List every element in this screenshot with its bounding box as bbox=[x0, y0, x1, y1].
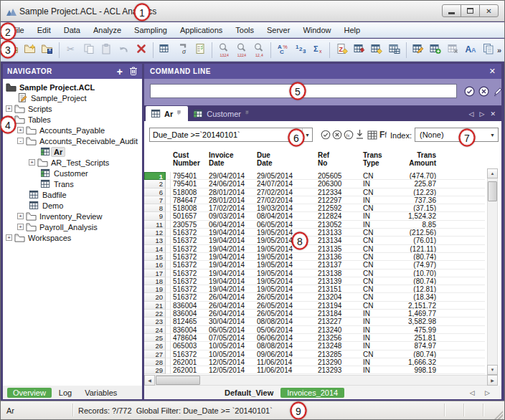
font-button[interactable]: AA bbox=[463, 42, 478, 59]
table-cell[interactable]: 24/07/2014 bbox=[255, 180, 316, 188]
table-cell[interactable]: 212592 bbox=[316, 204, 361, 212]
table-cell[interactable]: 213204 bbox=[316, 293, 361, 301]
join-button[interactable] bbox=[369, 42, 384, 59]
tree-item-customer[interactable]: Customer bbox=[3, 168, 142, 178]
table-cell[interactable]: CN bbox=[361, 277, 405, 285]
remove-filter-icon[interactable] bbox=[332, 130, 342, 143]
table-cell[interactable]: 19/03/2014 bbox=[255, 204, 316, 212]
table-cell[interactable]: 213139 bbox=[316, 277, 361, 285]
tree-item-accounts-payable[interactable]: +Accounts_Payable bbox=[3, 125, 142, 135]
table-cell[interactable]: (76.01) bbox=[405, 237, 438, 244]
table-cell[interactable]: 19/04/2014 bbox=[207, 245, 255, 253]
view-grid-icon[interactable] bbox=[367, 130, 377, 143]
maximize-button[interactable] bbox=[461, 4, 480, 17]
table-cell[interactable]: 19/04/2014 bbox=[207, 253, 255, 261]
table-cell[interactable]: 28/01/2014 bbox=[207, 196, 255, 204]
tab-overview[interactable]: Overview bbox=[7, 388, 52, 398]
delete-item-button[interactable] bbox=[129, 65, 138, 78]
record-number-cell[interactable]: 2 bbox=[144, 180, 166, 188]
table-cell[interactable]: 516372 bbox=[171, 229, 207, 237]
scroll-down-button[interactable]: ▼ bbox=[487, 365, 498, 375]
tree-item-payroll-analysis[interactable]: +Payroll_Analysis bbox=[3, 221, 142, 232]
table-cell[interactable]: IN bbox=[361, 366, 405, 374]
table-cell[interactable]: CN bbox=[361, 293, 405, 301]
table-cell[interactable]: 795401 bbox=[171, 172, 207, 180]
table-cell[interactable]: 1,524.32 bbox=[405, 212, 438, 220]
view-tab-scroll-arrows[interactable]: ◁ ▷ bbox=[470, 389, 501, 396]
table-cell[interactable]: 205605 bbox=[316, 172, 361, 180]
table-cell[interactable]: 213256 bbox=[316, 334, 361, 342]
goto-record-icon[interactable] bbox=[355, 129, 364, 143]
index-combobox[interactable]: (None) ▼ bbox=[415, 128, 499, 142]
expand-icon[interactable]: + bbox=[17, 127, 24, 133]
record-number-cell[interactable]: 18 bbox=[144, 277, 166, 285]
table-cell[interactable]: 795401 bbox=[171, 180, 207, 188]
scroll-right-button[interactable]: ▶ bbox=[487, 375, 498, 386]
delete-button[interactable] bbox=[133, 42, 149, 59]
table-cell[interactable]: 213138 bbox=[316, 269, 361, 277]
sequence-button[interactable]: 1,2,2,4 bbox=[234, 42, 250, 59]
statistics-button[interactable]: Σx bbox=[310, 42, 326, 59]
table-cell[interactable]: CN bbox=[361, 172, 405, 180]
scroll-left-button[interactable]: ◀ bbox=[144, 375, 155, 386]
menu-window[interactable]: Window bbox=[296, 24, 337, 37]
table-cell[interactable]: 29/05/2014 bbox=[255, 172, 316, 180]
record-number-cell[interactable]: 14 bbox=[144, 245, 166, 253]
record-number-cell[interactable]: 24 bbox=[144, 326, 166, 334]
extract-button[interactable] bbox=[351, 42, 367, 59]
table-cell[interactable]: 06/05/2014 bbox=[207, 326, 255, 334]
table-cell[interactable]: 784647 bbox=[171, 196, 207, 204]
record-number-cell[interactable]: 17 bbox=[144, 269, 166, 277]
table-cell[interactable]: 27/02/2014 bbox=[255, 196, 316, 204]
tree-item-sample-project[interactable]: Sample_Project bbox=[3, 92, 142, 103]
table-cell[interactable]: 225.87 bbox=[405, 180, 438, 188]
table-cell[interactable]: (121.11) bbox=[405, 245, 438, 253]
record-number-cell[interactable]: 7 bbox=[144, 196, 166, 204]
table-cell[interactable]: CN bbox=[361, 285, 405, 293]
record-number-cell[interactable]: 13 bbox=[144, 237, 166, 244]
tab-customer[interactable]: Customer bbox=[188, 106, 256, 121]
table-cell[interactable]: 213248 bbox=[316, 342, 361, 350]
table-cell[interactable]: IN bbox=[361, 310, 405, 318]
table-cell[interactable]: 213136 bbox=[316, 253, 361, 261]
record-number-cell[interactable]: 12 bbox=[144, 229, 166, 237]
record-number-cell[interactable]: 1 bbox=[144, 172, 166, 180]
tree-item-accounts-receivable-audit[interactable]: -Accounts_Receivable_Audit bbox=[3, 135, 142, 146]
table-cell[interactable]: 516372 bbox=[171, 277, 207, 285]
table-cell[interactable]: IN bbox=[361, 318, 405, 325]
log-button[interactable] bbox=[192, 42, 208, 59]
record-number-cell[interactable]: 6 bbox=[144, 188, 166, 196]
table-cell[interactable]: (80.74) bbox=[405, 277, 438, 285]
resize-grip[interactable] bbox=[494, 411, 503, 419]
table-cell[interactable]: 29/04/2014 bbox=[207, 172, 255, 180]
tree-item-trans[interactable]: Trans bbox=[3, 178, 142, 189]
table-cell[interactable]: (12.23) bbox=[405, 188, 438, 196]
tree-item-demo[interactable]: Demo bbox=[3, 200, 142, 211]
table-cell[interactable]: 19/04/2014 bbox=[207, 285, 255, 293]
edit-view-button[interactable] bbox=[410, 42, 426, 59]
table-cell[interactable]: 26/04/2014 bbox=[207, 293, 255, 301]
record-number-cell[interactable]: 19 bbox=[144, 285, 166, 293]
collapse-icon[interactable]: - bbox=[17, 138, 24, 144]
table-cell[interactable]: 262001 bbox=[171, 358, 207, 366]
table-cell[interactable]: (74.97) bbox=[405, 261, 438, 269]
column-header-due-date[interactable]: DueDate bbox=[255, 150, 316, 169]
table-cell[interactable]: 516372 bbox=[171, 261, 207, 269]
table-cell[interactable]: 06/06/2014 bbox=[255, 334, 316, 342]
table-cell[interactable]: 08/08/2014 bbox=[255, 318, 316, 325]
table-cell[interactable]: 213194 bbox=[316, 302, 361, 310]
minimize-button[interactable] bbox=[442, 4, 461, 17]
close-tab-icon[interactable]: ✕ bbox=[490, 110, 496, 118]
table-cell[interactable]: 26/05/2014 bbox=[255, 302, 316, 310]
table-cell[interactable]: 213290 bbox=[316, 358, 361, 366]
table-cell[interactable]: IN bbox=[361, 358, 405, 366]
table-cell[interactable]: 12/05/2014 bbox=[207, 366, 255, 374]
table-cell[interactable]: 501657 bbox=[171, 212, 207, 220]
tree-item-inventory-review[interactable]: +Inventory_Review bbox=[3, 211, 142, 221]
table-cell[interactable]: 516372 bbox=[171, 350, 207, 358]
menu-data[interactable]: Data bbox=[57, 24, 87, 37]
record-number-cell[interactable]: 16 bbox=[144, 261, 166, 269]
table-cell[interactable]: CN bbox=[361, 269, 405, 277]
column-header-trans-type[interactable]: TransType bbox=[361, 150, 405, 169]
record-number-cell[interactable]: 22 bbox=[144, 310, 166, 318]
